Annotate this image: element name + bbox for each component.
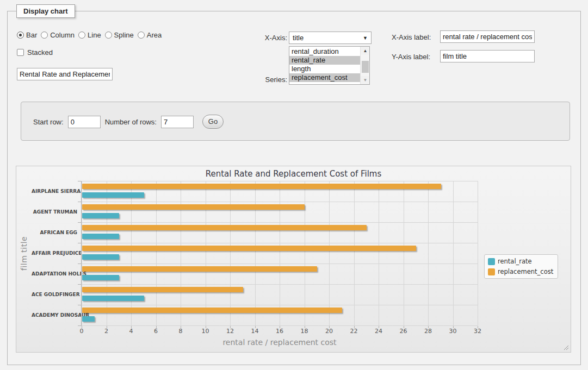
bar-rental_rate[interactable] [82, 213, 119, 218]
bar-rental_rate[interactable] [82, 254, 119, 260]
bar-replacement_cost[interactable] [82, 287, 243, 292]
bar-rental_rate[interactable] [82, 296, 144, 301]
x-tick-label: 14 [251, 328, 259, 335]
bar-rental_rate[interactable] [82, 316, 95, 322]
gridline [131, 181, 132, 325]
x-tick-label: 24 [375, 328, 382, 335]
series-option[interactable]: length [289, 65, 360, 73]
y-axis-label-caption: Y-Axis label: [392, 53, 437, 61]
scroll-down-icon[interactable]: ▼ [361, 76, 370, 84]
gridline [428, 181, 429, 325]
stacked-checkbox[interactable] [17, 49, 24, 56]
x-tick-label: 20 [325, 328, 333, 335]
x-tick-label: 18 [301, 328, 308, 335]
chart-type-label: Area [147, 31, 162, 39]
gridline [305, 181, 305, 325]
legend-label: rental_rate [498, 258, 532, 265]
scrollbar-thumb[interactable] [362, 61, 369, 73]
chart-type-option[interactable]: Column [41, 31, 75, 39]
bar-rental_rate[interactable] [82, 275, 119, 280]
gridline [82, 325, 478, 326]
chart-title-input[interactable] [17, 68, 113, 80]
category-label: AIRPLANE SIERRA [32, 181, 77, 202]
radio-icon[interactable] [41, 32, 48, 39]
x-tick-label: 2 [104, 328, 108, 335]
num-rows-input[interactable] [161, 116, 194, 128]
resize-handle-icon[interactable] [563, 344, 568, 350]
chart-type-label: Line [88, 31, 101, 39]
x-tick-label: 4 [129, 328, 133, 335]
category-label: ACADEMY DINOSAUR [32, 305, 77, 325]
x-tick-label: 16 [276, 328, 283, 335]
x-tick-label: 28 [424, 328, 432, 335]
category-labels: AIRPLANE SIERRAAGENT TRUMANAFRICAN EGGAF… [32, 181, 77, 325]
chart-title: Rental Rate and Replacement Cost of Film… [16, 169, 571, 179]
radio-icon[interactable] [78, 32, 85, 39]
gridline [156, 181, 157, 325]
bar-replacement_cost[interactable] [82, 204, 305, 210]
radio-icon[interactable] [105, 32, 112, 39]
series-option[interactable]: replacement_cost [289, 73, 360, 82]
gridline [82, 243, 478, 243]
category-label: AGENT TRUMAN [32, 202, 77, 222]
gridline [82, 284, 478, 285]
x-axis-selected-value: title [293, 34, 304, 42]
gridline [329, 181, 330, 325]
go-button[interactable]: Go [202, 115, 224, 129]
gridline [255, 181, 256, 325]
chart-type-option[interactable]: Bar [17, 31, 37, 39]
listbox-scrollbar[interactable]: ▲ ▼ [360, 47, 369, 84]
chart-type-option[interactable]: Area [138, 31, 162, 39]
x-axis-label-input[interactable] [440, 30, 535, 43]
x-tick-label: 26 [400, 328, 407, 335]
gridline [82, 181, 82, 325]
gridline [181, 181, 181, 325]
y-axis-label-input[interactable] [440, 50, 535, 62]
gridline [280, 181, 280, 325]
legend-swatch [488, 258, 495, 265]
series-option[interactable]: rental_rate [289, 56, 360, 65]
x-tick-label: 32 [474, 328, 481, 335]
legend-item[interactable]: replacement_cost [488, 268, 553, 275]
bar-replacement_cost[interactable] [82, 225, 367, 230]
x-tick-label: 22 [350, 328, 358, 335]
gridline [379, 181, 379, 325]
series-option[interactable]: rental_duration [289, 47, 360, 56]
x-axis-caption: X-Axis: [259, 34, 287, 42]
chart-type-option[interactable]: Spline [105, 31, 134, 39]
bar-replacement_cost[interactable] [82, 246, 416, 251]
x-axis-title: rental rate / replacement cost [82, 338, 478, 347]
chart-type-option[interactable]: Line [78, 31, 101, 39]
bar-replacement_cost[interactable] [82, 266, 317, 272]
bar-replacement_cost[interactable] [82, 308, 342, 313]
chart-type-label: Spline [114, 31, 134, 39]
x-tick-label: 6 [154, 328, 158, 335]
radio-icon[interactable] [17, 32, 24, 39]
series-caption: Series: [253, 76, 287, 84]
gridline [206, 181, 206, 325]
gridline [478, 181, 478, 325]
bar-replacement_cost[interactable] [82, 184, 441, 189]
x-tick-label: 10 [202, 328, 209, 335]
stacked-label: Stacked [27, 48, 53, 57]
num-rows-label: Number of rows: [105, 118, 157, 126]
bar-rental_rate[interactable] [82, 192, 144, 198]
chart-type-label: Column [50, 31, 75, 39]
chart-legend: rental_rate replacement_cost [484, 254, 558, 279]
gridline [230, 181, 231, 325]
scroll-up-icon[interactable]: ▲ [361, 47, 370, 55]
gridline [82, 222, 478, 223]
series-listbox[interactable]: rental_duration rental_rate length repla… [289, 46, 370, 85]
gridline [82, 264, 478, 264]
legend-swatch [488, 268, 495, 275]
category-label: AFFAIR PREJUDICE [32, 243, 77, 264]
bar-rental_rate[interactable] [82, 234, 119, 239]
x-tick-label: 0 [80, 328, 84, 335]
x-axis-select[interactable]: title ▼ [289, 32, 372, 44]
series-options: rental_duration rental_rate length repla… [289, 47, 360, 82]
legend-item[interactable]: rental_rate [488, 258, 553, 265]
radio-icon[interactable] [138, 32, 145, 39]
start-row-input[interactable] [68, 116, 101, 128]
category-label: ACE GOLDFINGER [32, 284, 77, 305]
stacked-row: Stacked [17, 48, 53, 57]
